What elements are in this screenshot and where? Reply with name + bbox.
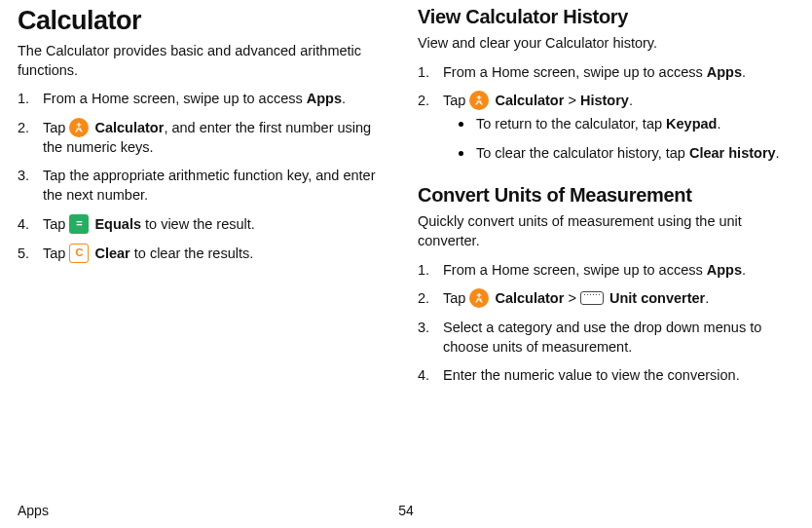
convert-heading: Convert Units of Measurement [418, 184, 794, 207]
step-text: From a Home screen, swipe up to access [443, 262, 707, 278]
step-text: Tap the appropriate arithmetic function … [43, 168, 376, 203]
step-text: Tap [443, 290, 469, 306]
apps-label: Apps [707, 64, 742, 80]
step-text: > [564, 93, 580, 108]
calculator-label: Calculator [94, 120, 164, 135]
bullet-text: To clear the calculator history, tap [476, 145, 689, 161]
left-column: Calculator The Calculator provides basic… [18, 6, 394, 396]
calculator-label: Calculator [495, 93, 564, 108]
step-text: to view the result. [141, 216, 255, 232]
page-number: 54 [398, 503, 414, 518]
right-column: View Calculator History View and clear y… [418, 6, 794, 396]
list-item: Tap Calculator, and enter the first numb… [18, 119, 394, 158]
history-label: History [580, 93, 629, 108]
calculator-icon [469, 288, 489, 308]
list-item: Tap = Equals to view the result. [18, 215, 394, 235]
equals-label: Equals [94, 216, 141, 232]
unit-converter-label: Unit converter [609, 290, 705, 306]
list-item: From a Home screen, swipe up to access A… [418, 63, 794, 83]
step-text: . [342, 91, 346, 106]
calculator-intro: The Calculator provides basic and advanc… [18, 42, 394, 80]
list-item: Select a category and use the drop down … [418, 319, 794, 357]
clear-history-label: Clear history [689, 145, 776, 161]
convert-intro: Quickly convert units of measurement usi… [418, 212, 794, 250]
list-item: From a Home screen, swipe up to access A… [418, 261, 794, 281]
history-bullets: To return to the calculator, tap Keypad.… [443, 115, 794, 163]
equals-icon: = [69, 214, 89, 234]
apps-label: Apps [707, 262, 742, 278]
list-item: From a Home screen, swipe up to access A… [18, 90, 394, 109]
convert-steps: From a Home screen, swipe up to access A… [418, 261, 794, 386]
step-text: Tap [43, 245, 69, 261]
step-text: . [742, 262, 746, 278]
bullet-text: To return to the calculator, tap [476, 116, 666, 132]
keypad-label: Keypad [666, 116, 717, 132]
history-steps: From a Home screen, swipe up to access A… [418, 63, 794, 164]
bullet-text: . [776, 145, 780, 161]
step-text: . [705, 290, 709, 306]
apps-label: Apps [307, 91, 342, 106]
calculator-icon [69, 118, 89, 137]
history-intro: View and clear your Calculator history. [418, 34, 794, 54]
history-heading: View Calculator History [418, 6, 794, 28]
list-item: To clear the calculator history, tap Cle… [459, 144, 794, 164]
list-item: Tap Calculator > Unit converter. [418, 289, 794, 309]
bullet-text: . [717, 116, 720, 132]
clear-label: Clear [94, 245, 129, 261]
calculator-icon [469, 91, 489, 110]
footer-section: Apps [18, 503, 49, 518]
step-text: . [742, 64, 746, 80]
step-text: Select a category and use the drop down … [443, 320, 761, 355]
step-text: From a Home screen, swipe up to access [443, 64, 707, 80]
list-item: Tap Calculator > History. To return to t… [418, 92, 794, 163]
list-item: Tap the appropriate arithmetic function … [18, 167, 394, 205]
step-text: Enter the numeric value to view the conv… [443, 367, 740, 383]
calculator-label: Calculator [495, 290, 564, 306]
step-text: Tap [443, 93, 469, 108]
step-text: Tap [43, 216, 69, 232]
step-text: From a Home screen, swipe up to access [43, 91, 307, 106]
clear-icon: C [69, 244, 89, 263]
step-text: > [564, 290, 580, 306]
calculator-heading: Calculator [18, 6, 394, 36]
ruler-icon [580, 291, 604, 305]
step-text: to clear the results. [130, 245, 254, 261]
calculator-steps: From a Home screen, swipe up to access A… [18, 90, 394, 264]
step-text: , and enter the first number using the n… [43, 120, 371, 155]
step-text: Tap [43, 120, 69, 135]
step-text: . [629, 93, 633, 108]
list-item: Tap C Clear to clear the results. [18, 245, 394, 264]
list-item: Enter the numeric value to view the conv… [418, 366, 794, 386]
page-footer: Apps 54 [18, 503, 794, 518]
list-item: To return to the calculator, tap Keypad. [459, 115, 794, 134]
